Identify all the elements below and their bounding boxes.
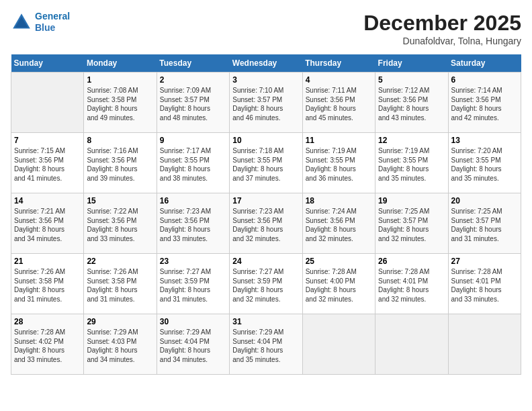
calendar-cell: 25Sunrise: 7:28 AMSunset: 4:00 PMDayligh… (302, 254, 375, 314)
day-number: 6 (451, 75, 518, 85)
day-info: Sunrise: 7:22 AMSunset: 3:56 PMDaylight:… (87, 207, 153, 243)
day-info: Sunrise: 7:19 AMSunset: 3:55 PMDaylight:… (306, 146, 372, 183)
calendar-cell: 19Sunrise: 7:25 AMSunset: 3:57 PMDayligh… (375, 193, 448, 254)
day-number: 15 (87, 196, 153, 205)
calendar-cell: 23Sunrise: 7:27 AMSunset: 3:59 PMDayligh… (157, 254, 229, 314)
day-of-week-header: Monday (84, 54, 157, 73)
page-header: General Blue December 2025 Dunafoldvar, … (11, 11, 521, 46)
calendar-cell: 28Sunrise: 7:28 AMSunset: 4:02 PMDayligh… (11, 314, 84, 375)
day-number: 9 (160, 136, 226, 145)
calendar-cell: 1Sunrise: 7:08 AMSunset: 3:58 PMDaylight… (84, 73, 157, 133)
day-info: Sunrise: 7:28 AMSunset: 4:01 PMDaylight:… (451, 267, 518, 304)
day-number: 19 (378, 196, 445, 205)
calendar-cell: 5Sunrise: 7:12 AMSunset: 3:56 PMDaylight… (375, 73, 448, 133)
day-info: Sunrise: 7:18 AMSunset: 3:55 PMDaylight:… (232, 146, 299, 183)
calendar-cell: 12Sunrise: 7:19 AMSunset: 3:55 PMDayligh… (375, 133, 448, 193)
day-number: 8 (87, 136, 153, 145)
logo-text: General Blue (35, 11, 70, 34)
day-info: Sunrise: 7:28 AMSunset: 4:02 PMDaylight:… (14, 328, 81, 364)
month-title: December 2025 (363, 11, 521, 36)
calendar-cell: 3Sunrise: 7:10 AMSunset: 3:57 PMDaylight… (230, 73, 302, 133)
day-number: 18 (306, 196, 372, 205)
calendar-cell (448, 314, 521, 375)
calendar-cell (302, 314, 375, 375)
calendar-cell: 15Sunrise: 7:22 AMSunset: 3:56 PMDayligh… (84, 193, 157, 254)
calendar-cell: 29Sunrise: 7:29 AMSunset: 4:03 PMDayligh… (84, 314, 157, 375)
calendar-cell: 31Sunrise: 7:29 AMSunset: 4:04 PMDayligh… (230, 314, 302, 375)
calendar-table: SundayMondayTuesdayWednesdayThursdayFrid… (11, 54, 521, 375)
calendar-cell: 6Sunrise: 7:14 AMSunset: 3:56 PMDaylight… (448, 73, 521, 133)
day-of-week-header: Tuesday (157, 54, 229, 73)
day-info: Sunrise: 7:23 AMSunset: 3:56 PMDaylight:… (232, 207, 299, 243)
day-info: Sunrise: 7:11 AMSunset: 3:56 PMDaylight:… (306, 86, 372, 122)
day-number: 29 (87, 317, 153, 326)
calendar-cell: 10Sunrise: 7:18 AMSunset: 3:55 PMDayligh… (230, 133, 302, 193)
day-info: Sunrise: 7:09 AMSunset: 3:57 PMDaylight:… (160, 86, 226, 122)
calendar-cell: 11Sunrise: 7:19 AMSunset: 3:55 PMDayligh… (302, 133, 375, 193)
calendar-cell: 27Sunrise: 7:28 AMSunset: 4:01 PMDayligh… (448, 254, 521, 314)
day-of-week-header: Saturday (448, 54, 521, 73)
logo-line2: Blue (35, 22, 70, 34)
day-of-week-header: Sunday (11, 54, 84, 73)
day-number: 17 (232, 196, 299, 205)
logo: General Blue (11, 11, 70, 34)
day-of-week-header: Friday (375, 54, 448, 73)
day-info: Sunrise: 7:15 AMSunset: 3:56 PMDaylight:… (14, 146, 81, 183)
calendar-cell: 21Sunrise: 7:26 AMSunset: 3:58 PMDayligh… (11, 254, 84, 314)
day-info: Sunrise: 7:23 AMSunset: 3:56 PMDaylight:… (160, 207, 226, 243)
day-number: 14 (14, 196, 81, 205)
day-number: 13 (451, 136, 518, 145)
day-info: Sunrise: 7:29 AMSunset: 4:03 PMDaylight:… (87, 328, 153, 364)
calendar-cell: 17Sunrise: 7:23 AMSunset: 3:56 PMDayligh… (230, 193, 302, 254)
calendar-cell: 30Sunrise: 7:29 AMSunset: 4:04 PMDayligh… (157, 314, 229, 375)
calendar-week-row: 1Sunrise: 7:08 AMSunset: 3:58 PMDaylight… (11, 73, 521, 133)
day-number: 24 (232, 257, 299, 266)
day-number: 4 (306, 75, 372, 85)
day-of-week-header: Wednesday (230, 54, 302, 73)
day-number: 22 (87, 257, 153, 266)
calendar-cell: 24Sunrise: 7:27 AMSunset: 3:59 PMDayligh… (230, 254, 302, 314)
calendar-cell: 8Sunrise: 7:16 AMSunset: 3:56 PMDaylight… (84, 133, 157, 193)
day-number: 5 (378, 75, 445, 85)
day-info: Sunrise: 7:21 AMSunset: 3:56 PMDaylight:… (14, 207, 81, 243)
calendar-cell: 4Sunrise: 7:11 AMSunset: 3:56 PMDaylight… (302, 73, 375, 133)
day-info: Sunrise: 7:10 AMSunset: 3:57 PMDaylight:… (232, 86, 299, 122)
calendar-cell: 22Sunrise: 7:26 AMSunset: 3:58 PMDayligh… (84, 254, 157, 314)
day-of-week-header: Thursday (302, 54, 375, 73)
day-number: 16 (160, 196, 226, 205)
day-number: 12 (378, 136, 445, 145)
day-number: 25 (306, 257, 372, 266)
day-info: Sunrise: 7:17 AMSunset: 3:55 PMDaylight:… (160, 146, 226, 183)
calendar-cell: 9Sunrise: 7:17 AMSunset: 3:55 PMDaylight… (157, 133, 229, 193)
day-info: Sunrise: 7:27 AMSunset: 3:59 PMDaylight:… (160, 267, 226, 304)
day-number: 20 (451, 196, 518, 205)
calendar-week-row: 14Sunrise: 7:21 AMSunset: 3:56 PMDayligh… (11, 193, 521, 254)
day-info: Sunrise: 7:26 AMSunset: 3:58 PMDaylight:… (14, 267, 81, 304)
day-number: 26 (378, 257, 445, 266)
calendar-cell: 7Sunrise: 7:15 AMSunset: 3:56 PMDaylight… (11, 133, 84, 193)
calendar-cell: 14Sunrise: 7:21 AMSunset: 3:56 PMDayligh… (11, 193, 84, 254)
day-number: 1 (87, 75, 153, 85)
calendar-cell: 26Sunrise: 7:28 AMSunset: 4:01 PMDayligh… (375, 254, 448, 314)
day-info: Sunrise: 7:24 AMSunset: 3:56 PMDaylight:… (306, 207, 372, 243)
calendar-week-row: 21Sunrise: 7:26 AMSunset: 3:58 PMDayligh… (11, 254, 521, 314)
calendar-cell: 20Sunrise: 7:25 AMSunset: 3:57 PMDayligh… (448, 193, 521, 254)
calendar-cell: 16Sunrise: 7:23 AMSunset: 3:56 PMDayligh… (157, 193, 229, 254)
logo-icon (11, 11, 32, 33)
calendar-cell: 18Sunrise: 7:24 AMSunset: 3:56 PMDayligh… (302, 193, 375, 254)
day-info: Sunrise: 7:25 AMSunset: 3:57 PMDaylight:… (451, 207, 518, 243)
calendar-week-row: 7Sunrise: 7:15 AMSunset: 3:56 PMDaylight… (11, 133, 521, 193)
day-info: Sunrise: 7:28 AMSunset: 4:01 PMDaylight:… (378, 267, 445, 304)
day-info: Sunrise: 7:08 AMSunset: 3:58 PMDaylight:… (87, 86, 153, 122)
day-number: 10 (232, 136, 299, 145)
day-info: Sunrise: 7:27 AMSunset: 3:59 PMDaylight:… (232, 267, 299, 304)
day-number: 11 (306, 136, 372, 145)
location-subtitle: Dunafoldvar, Tolna, Hungary (363, 36, 521, 46)
day-info: Sunrise: 7:19 AMSunset: 3:55 PMDaylight:… (378, 146, 445, 183)
day-number: 27 (451, 257, 518, 266)
calendar-cell (11, 73, 84, 133)
day-number: 2 (160, 75, 226, 85)
day-number: 3 (232, 75, 299, 85)
calendar-week-row: 28Sunrise: 7:28 AMSunset: 4:02 PMDayligh… (11, 314, 521, 375)
day-info: Sunrise: 7:25 AMSunset: 3:57 PMDaylight:… (378, 207, 445, 243)
